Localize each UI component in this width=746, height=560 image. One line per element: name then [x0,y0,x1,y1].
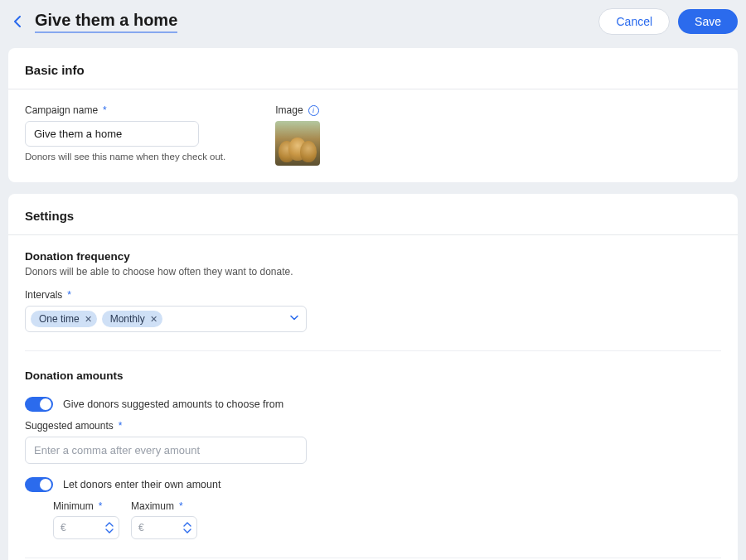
own-amount-toggle-label: Let donors enter their own amount [63,479,220,490]
minimum-field: Minimum * € [53,500,119,539]
campaign-name-field: Campaign name * Donors will see this nam… [25,104,225,162]
suggested-amounts-label: Suggested amounts [25,420,114,432]
suggested-amounts-toggle-label: Give donors suggested amounts to choose … [63,398,283,410]
maximum-label: Maximum [131,500,174,512]
interval-chip-label: Monthly [110,313,145,325]
image-field: Image i [275,104,320,166]
suggested-amounts-toggle[interactable] [25,397,53,412]
required-star: * [99,500,103,512]
interval-chip: Monthly ✕ [102,311,162,327]
page-title: Give them a home [35,11,177,33]
own-amount-toggle[interactable] [25,477,53,492]
required-star: * [67,289,71,301]
image-label: Image [275,104,303,116]
maximum-input[interactable] [144,522,180,533]
chevron-left-icon [13,16,22,27]
chip-remove-icon[interactable]: ✕ [85,314,92,325]
stepper-up-icon[interactable] [183,521,191,528]
campaign-name-input[interactable] [25,121,199,147]
back-button[interactable] [8,12,27,31]
settings-card: Settings Donation frequency Donors will … [8,194,738,560]
save-button[interactable]: Save [678,9,738,34]
minimum-input[interactable] [66,522,102,533]
chevron-down-icon[interactable] [289,313,299,326]
basic-info-title: Basic info [8,48,738,89]
donation-frequency-title: Donation frequency [25,250,721,263]
chip-remove-icon[interactable]: ✕ [150,314,157,325]
required-star: * [103,104,107,116]
campaign-name-label: Campaign name [25,104,98,116]
minimum-label: Minimum [53,500,94,512]
interval-chip-label: One time [39,313,80,325]
divider [25,350,721,351]
required-star: * [119,420,123,432]
stepper-up-icon[interactable] [105,521,114,528]
maximum-field: Maximum * € [131,500,197,539]
stepper-down-icon[interactable] [105,528,114,534]
info-icon[interactable]: i [308,105,319,116]
intervals-label: Intervals [25,289,62,301]
donation-frequency-desc: Donors will be able to choose how often … [25,266,721,278]
settings-title: Settings [8,194,738,235]
required-star: * [179,500,183,512]
stepper-down-icon[interactable] [183,528,191,534]
currency-prefix: € [61,522,66,533]
cancel-button[interactable]: Cancel [598,8,670,35]
divider [25,558,721,558]
currency-prefix: € [138,522,144,533]
intervals-select[interactable]: One time ✕ Monthly ✕ [25,306,307,332]
interval-chip: One time ✕ [31,311,97,327]
suggested-amounts-input[interactable] [25,437,307,464]
campaign-name-help: Donors will see this name when they chec… [25,152,225,162]
campaign-image-thumbnail[interactable] [275,121,320,166]
basic-info-card: Basic info Campaign name * Donors will s… [8,48,738,182]
donation-amounts-title: Donation amounts [25,369,721,382]
